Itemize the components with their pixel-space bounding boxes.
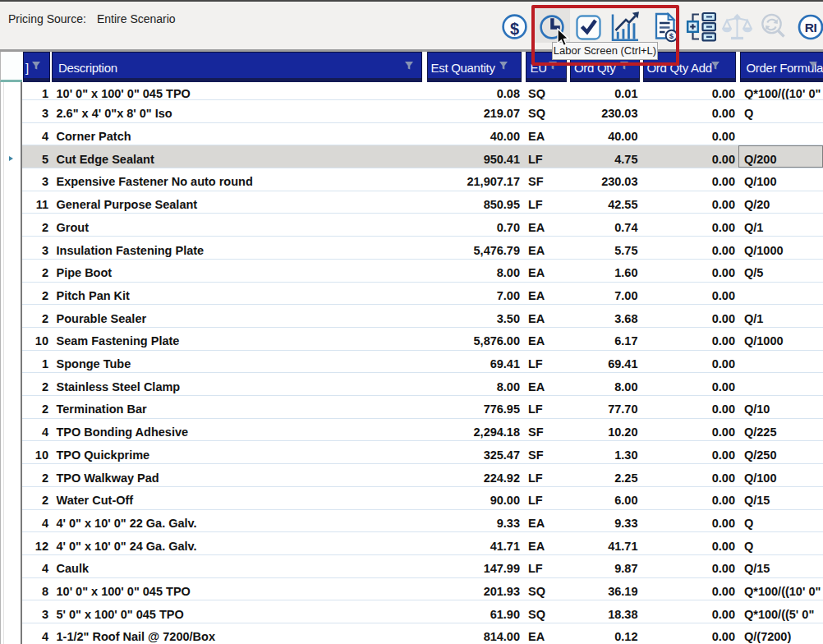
svg-text:RI: RI <box>805 21 817 34</box>
svg-text:$: $ <box>510 20 519 38</box>
